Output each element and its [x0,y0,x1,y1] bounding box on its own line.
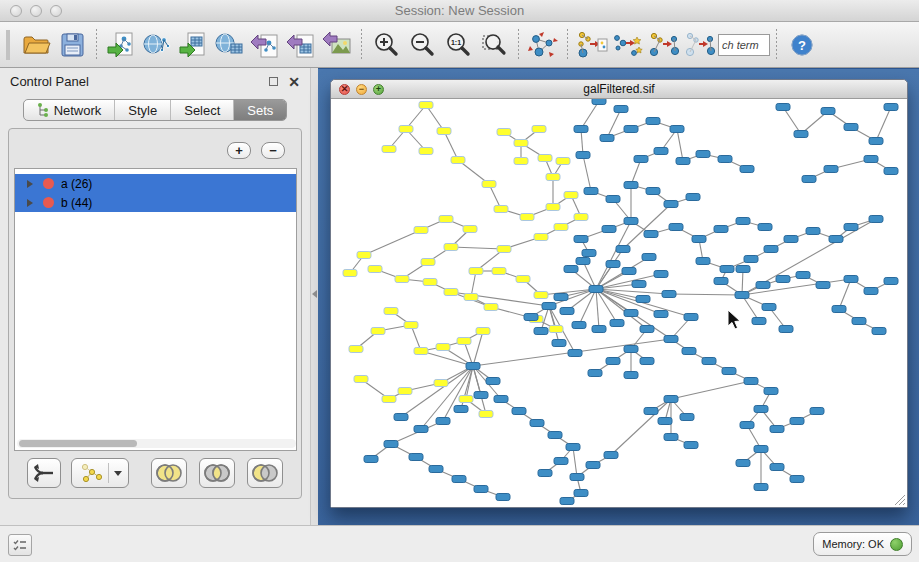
graph-node-yellow[interactable] [384,308,398,315]
graph-node-blue[interactable] [364,456,378,463]
graph-node-blue[interactable] [824,166,838,173]
graph-node-yellow[interactable] [349,346,363,353]
graph-node-blue[interactable] [486,378,500,385]
graph-node-blue[interactable] [548,432,562,439]
graph-node-blue[interactable] [736,218,750,225]
graph-node-blue[interactable] [588,370,602,377]
graph-node-yellow[interactable] [451,157,465,164]
network-canvas[interactable] [331,99,907,507]
memory-status-button[interactable]: Memory: OK [813,532,912,556]
graph-node-blue[interactable] [740,422,754,429]
graph-node-blue[interactable] [574,490,588,497]
window-traffic-lights[interactable] [10,5,62,17]
graph-node-yellow[interactable] [554,224,568,231]
import-network-url-button[interactable] [140,28,174,62]
graph-node-blue[interactable] [810,408,824,415]
graph-node-blue[interactable] [702,358,716,365]
graph-node-blue[interactable] [589,286,603,293]
graph-node-yellow[interactable] [419,148,433,155]
graph-node-yellow[interactable] [444,244,458,251]
sets-list[interactable]: a (26) b (44) [14,168,297,451]
graph-node-blue[interactable] [654,271,668,278]
graph-node-blue[interactable] [779,326,793,333]
graph-node-yellow[interactable] [514,140,528,147]
graph-node-blue[interactable] [474,486,488,493]
graph-node-blue[interactable] [744,378,758,385]
graph-node-yellow[interactable] [546,174,560,181]
frame-close-icon[interactable]: ✕ [339,84,350,95]
graph-node-blue[interactable] [466,363,480,370]
graph-node-blue[interactable] [632,281,646,288]
graph-node-yellow[interactable] [354,376,368,383]
resize-grip-icon[interactable] [893,493,906,506]
add-set-button[interactable]: + [227,142,251,159]
graph-node-blue[interactable] [530,420,544,427]
graph-node-blue[interactable] [560,308,574,315]
graph-node-blue[interactable] [758,224,772,231]
graph-node-blue[interactable] [872,328,886,335]
graph-node-blue[interactable] [654,311,668,318]
graph-node-blue[interactable] [844,224,858,231]
export-network-button[interactable] [248,28,282,62]
graph-node-yellow[interactable] [382,146,396,153]
graph-node-blue[interactable] [610,320,624,327]
graph-node-blue[interactable] [754,484,768,491]
graph-node-blue[interactable] [436,418,450,425]
graph-node-yellow[interactable] [434,380,448,387]
float-panel-icon[interactable] [269,77,278,86]
graph-node-yellow[interactable] [494,206,508,213]
apply-layout-button[interactable] [526,28,560,62]
graph-node-yellow[interactable] [574,214,588,221]
graph-node-blue[interactable] [606,358,620,365]
graph-node-yellow[interactable] [564,192,578,199]
export-table-button[interactable] [284,28,318,62]
graph-node-blue[interactable] [884,168,898,175]
graph-node-blue[interactable] [646,188,660,195]
graph-node-blue[interactable] [429,466,443,473]
graph-node-yellow[interactable] [546,204,560,211]
graph-node-blue[interactable] [566,444,580,451]
graph-node-blue[interactable] [538,470,552,477]
graph-node-blue[interactable] [722,368,736,375]
graph-node-blue[interactable] [864,288,878,295]
tab-style[interactable]: Style [115,100,171,120]
graph-node-blue[interactable] [714,278,728,285]
graph-node-blue[interactable] [622,268,636,275]
graph-node-yellow[interactable] [439,216,453,223]
graph-node-blue[interactable] [454,406,468,413]
graph-node-blue[interactable] [560,498,574,505]
graph-node-blue[interactable] [664,434,678,441]
graph-node-blue[interactable] [634,156,648,163]
graph-node-blue[interactable] [524,314,538,321]
graph-node-blue[interactable] [542,303,556,310]
tab-select[interactable]: Select [171,100,234,120]
graph-node-yellow[interactable] [463,226,477,233]
intersect-sets-button[interactable] [199,458,235,488]
graph-node-blue[interactable] [600,135,614,142]
graph-node-blue[interactable] [829,236,843,243]
graph-node-blue[interactable] [494,396,508,403]
graph-node-blue[interactable] [602,226,616,233]
graph-node-blue[interactable] [414,426,428,433]
graph-node-blue[interactable] [664,396,678,403]
graph-node-blue[interactable] [864,156,878,163]
graph-node-blue[interactable] [552,340,566,347]
graph-node-blue[interactable] [784,236,798,243]
graph-node-yellow[interactable] [421,259,435,266]
graph-node-blue[interactable] [764,388,778,395]
show-all-button[interactable] [683,28,717,62]
graph-node-blue[interactable] [744,256,758,263]
hide-selected-button[interactable] [647,28,681,62]
sets-horizontal-scrollbar[interactable] [17,439,296,448]
graph-node-yellow[interactable] [423,279,437,286]
graph-node-blue[interactable] [796,272,810,279]
graph-node-blue[interactable] [684,442,698,449]
tab-sets[interactable]: Sets [234,100,286,120]
graph-node-blue[interactable] [624,310,638,317]
save-session-button[interactable] [55,28,89,62]
graph-node-blue[interactable] [592,326,606,333]
graph-node-blue[interactable] [790,476,804,483]
graph-node-blue[interactable] [884,278,898,285]
graph-node-yellow[interactable] [395,276,409,283]
tab-network[interactable]: Network [24,100,116,120]
